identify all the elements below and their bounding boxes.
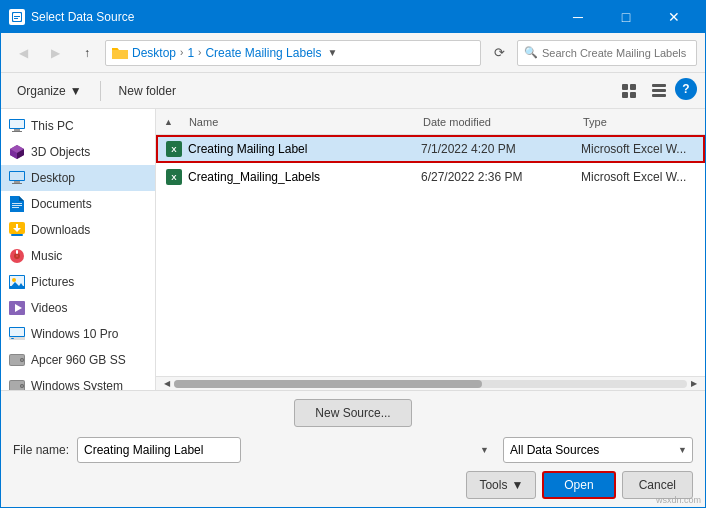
- svg-rect-33: [16, 250, 18, 254]
- svg-rect-14: [12, 131, 22, 132]
- file-type-select-wrapper: All Data Sources: [503, 437, 693, 463]
- music-icon: [9, 248, 25, 264]
- toolbar-right: ?: [615, 78, 697, 104]
- file-type-select[interactable]: All Data Sources: [503, 437, 693, 463]
- tools-button[interactable]: Tools ▼: [466, 471, 536, 499]
- svg-rect-21: [14, 181, 20, 183]
- sidebar-item-videos[interactable]: Videos: [1, 295, 155, 321]
- horizontal-scrollbar: ◀ ▶: [156, 376, 705, 390]
- sidebar-item-label: Windows System: [31, 379, 123, 390]
- svg-rect-25: [12, 207, 19, 208]
- sidebar-item-music[interactable]: Music: [1, 243, 155, 269]
- sidebar-item-pictures[interactable]: Pictures: [1, 269, 155, 295]
- new-source-button[interactable]: New Source...: [294, 399, 411, 427]
- svg-rect-22: [12, 183, 22, 184]
- svg-rect-23: [12, 203, 22, 204]
- sidebar-item-label: Music: [31, 249, 62, 263]
- date-column-header[interactable]: Date modified: [415, 116, 575, 128]
- file-name-label: Creating Mailing Label: [188, 142, 307, 156]
- file-type-cell: Microsoft Excel W...: [573, 142, 703, 156]
- maximize-button[interactable]: □: [603, 1, 649, 33]
- pictures-icon: [9, 274, 25, 290]
- sidebar-item-windows-10-pro[interactable]: Windows 10 Pro: [1, 321, 155, 347]
- svg-rect-9: [652, 89, 666, 92]
- sidebar-item-label: Pictures: [31, 275, 74, 289]
- file-name-row: File name: All Data Sources: [13, 437, 693, 463]
- actions-row: Tools ▼ Open Cancel: [13, 471, 693, 499]
- up-button[interactable]: ↑: [73, 39, 101, 67]
- sidebar-item-windows-system[interactable]: Windows System: [1, 373, 155, 390]
- svg-point-51: [21, 385, 23, 387]
- file-list-container: ▲ Name Date modified Type X Creating Mai…: [156, 109, 705, 390]
- svg-rect-4: [622, 84, 628, 90]
- bottom-panel: New Source... File name: All Data Source…: [1, 390, 705, 507]
- main-content: This PC 3D Objects: [1, 109, 705, 390]
- sidebar: This PC 3D Objects: [1, 109, 156, 390]
- svg-rect-43: [11, 338, 14, 339]
- file-list-header: ▲ Name Date modified Type: [156, 109, 705, 135]
- new-folder-button[interactable]: New folder: [111, 78, 184, 104]
- sidebar-item-label: Documents: [31, 197, 92, 211]
- breadcrumb[interactable]: Desktop › 1 › Create Mailing Labels ▼: [105, 40, 481, 66]
- scroll-left-button[interactable]: ◀: [160, 377, 174, 391]
- folder-icon: [112, 45, 128, 61]
- file-name-cell: X Creating_Mailing_Labels: [158, 169, 413, 185]
- file-name-label: File name:: [13, 443, 69, 457]
- select-data-source-dialog: Select Data Source ─ □ ✕ ◀ ▶ ↑ Desktop ›…: [0, 0, 706, 508]
- documents-icon: [9, 196, 25, 212]
- sidebar-item-label: Downloads: [31, 223, 90, 237]
- organize-label: Organize: [17, 84, 66, 98]
- scroll-track[interactable]: [174, 380, 687, 388]
- type-column-header[interactable]: Type: [575, 116, 705, 128]
- table-row[interactable]: X Creating_Mailing_Labels 6/27/2022 2:36…: [156, 163, 705, 191]
- sidebar-item-3d-objects[interactable]: 3D Objects: [1, 139, 155, 165]
- file-name-label: Creating_Mailing_Labels: [188, 170, 320, 184]
- sidebar-item-this-pc[interactable]: This PC: [1, 113, 155, 139]
- sidebar-item-downloads[interactable]: Downloads: [1, 217, 155, 243]
- breadcrumb-1[interactable]: 1: [187, 46, 194, 60]
- organize-button[interactable]: Organize ▼: [9, 78, 90, 104]
- excel-icon: X: [166, 141, 182, 157]
- svg-rect-24: [12, 205, 22, 206]
- window-controls: ─ □ ✕: [555, 1, 697, 33]
- title-bar: Select Data Source ─ □ ✕: [1, 1, 705, 33]
- help-button[interactable]: ?: [675, 78, 697, 100]
- svg-rect-29: [11, 234, 23, 236]
- refresh-button[interactable]: ⟳: [485, 39, 513, 67]
- svg-rect-3: [14, 18, 18, 19]
- name-column-header[interactable]: Name: [181, 116, 415, 128]
- sidebar-item-label: Videos: [31, 301, 67, 315]
- search-input[interactable]: [542, 47, 690, 59]
- dialog-icon: [9, 9, 25, 25]
- toolbar-separator: [100, 81, 101, 101]
- breadcrumb-create-mailing-labels[interactable]: Create Mailing Labels: [205, 46, 321, 60]
- sidebar-item-label: Apcer 960 GB SS: [31, 353, 126, 367]
- svg-point-32: [16, 255, 18, 257]
- scroll-thumb[interactable]: [174, 380, 482, 388]
- view-details-button[interactable]: [645, 78, 673, 104]
- svg-point-47: [21, 359, 23, 361]
- search-box[interactable]: 🔍: [517, 40, 697, 66]
- sidebar-item-documents[interactable]: Documents: [1, 191, 155, 217]
- downloads-icon: [9, 222, 25, 238]
- minimize-button[interactable]: ─: [555, 1, 601, 33]
- scroll-right-button[interactable]: ▶: [687, 377, 701, 391]
- svg-rect-12: [10, 120, 24, 128]
- view-toggle-button[interactable]: [615, 78, 643, 104]
- sidebar-item-label: This PC: [31, 119, 74, 133]
- close-button[interactable]: ✕: [651, 1, 697, 33]
- breadcrumb-dropdown-icon[interactable]: ▼: [327, 47, 337, 58]
- back-button[interactable]: ◀: [9, 39, 37, 67]
- drive-icon: [9, 352, 25, 368]
- file-name-input[interactable]: [77, 437, 241, 463]
- table-row[interactable]: X Creating Mailing Label 7/1/2022 4:20 P…: [156, 135, 705, 163]
- forward-button[interactable]: ▶: [41, 39, 69, 67]
- toolbar: Organize ▼ New folder ?: [1, 73, 705, 109]
- sidebar-item-desktop[interactable]: Desktop: [1, 165, 155, 191]
- sort-up-icon[interactable]: ▲: [156, 117, 181, 127]
- svg-rect-13: [14, 129, 20, 131]
- filename-select-wrapper: [77, 437, 495, 463]
- breadcrumb-desktop[interactable]: Desktop: [132, 46, 176, 60]
- open-button[interactable]: Open: [542, 471, 615, 499]
- sidebar-item-apcer[interactable]: Apcer 960 GB SS: [1, 347, 155, 373]
